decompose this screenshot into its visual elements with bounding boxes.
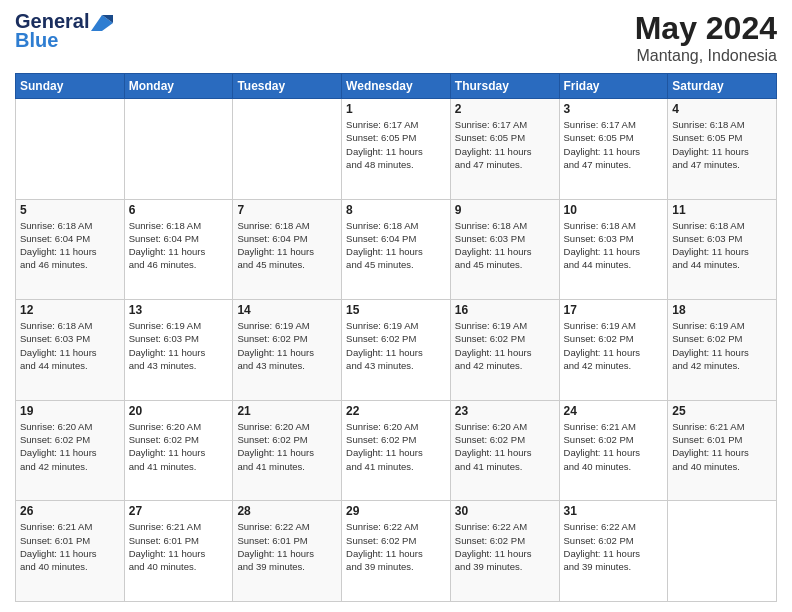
day-cell: 2Sunrise: 6:17 AMSunset: 6:05 PMDaylight… xyxy=(450,99,559,200)
day-number: 4 xyxy=(672,102,772,116)
day-number: 2 xyxy=(455,102,555,116)
day-info: Sunrise: 6:19 AMSunset: 6:02 PMDaylight:… xyxy=(455,319,555,372)
day-cell: 20Sunrise: 6:20 AMSunset: 6:02 PMDayligh… xyxy=(124,400,233,501)
day-number: 16 xyxy=(455,303,555,317)
day-number: 8 xyxy=(346,203,446,217)
day-number: 5 xyxy=(20,203,120,217)
day-info: Sunrise: 6:18 AMSunset: 6:04 PMDaylight:… xyxy=(346,219,446,272)
day-cell: 10Sunrise: 6:18 AMSunset: 6:03 PMDayligh… xyxy=(559,199,668,300)
day-number: 17 xyxy=(564,303,664,317)
header-sunday: Sunday xyxy=(16,74,125,99)
day-cell: 8Sunrise: 6:18 AMSunset: 6:04 PMDaylight… xyxy=(342,199,451,300)
day-cell: 18Sunrise: 6:19 AMSunset: 6:02 PMDayligh… xyxy=(668,300,777,401)
day-number: 27 xyxy=(129,504,229,518)
day-number: 3 xyxy=(564,102,664,116)
day-number: 9 xyxy=(455,203,555,217)
day-number: 18 xyxy=(672,303,772,317)
day-cell: 29Sunrise: 6:22 AMSunset: 6:02 PMDayligh… xyxy=(342,501,451,602)
day-number: 29 xyxy=(346,504,446,518)
day-number: 15 xyxy=(346,303,446,317)
day-info: Sunrise: 6:20 AMSunset: 6:02 PMDaylight:… xyxy=(237,420,337,473)
day-info: Sunrise: 6:17 AMSunset: 6:05 PMDaylight:… xyxy=(346,118,446,171)
header-tuesday: Tuesday xyxy=(233,74,342,99)
day-number: 1 xyxy=(346,102,446,116)
day-cell: 15Sunrise: 6:19 AMSunset: 6:02 PMDayligh… xyxy=(342,300,451,401)
day-cell: 26Sunrise: 6:21 AMSunset: 6:01 PMDayligh… xyxy=(16,501,125,602)
day-cell: 30Sunrise: 6:22 AMSunset: 6:02 PMDayligh… xyxy=(450,501,559,602)
day-info: Sunrise: 6:19 AMSunset: 6:02 PMDaylight:… xyxy=(564,319,664,372)
day-info: Sunrise: 6:18 AMSunset: 6:03 PMDaylight:… xyxy=(455,219,555,272)
day-cell: 17Sunrise: 6:19 AMSunset: 6:02 PMDayligh… xyxy=(559,300,668,401)
day-cell: 14Sunrise: 6:19 AMSunset: 6:02 PMDayligh… xyxy=(233,300,342,401)
day-cell: 16Sunrise: 6:19 AMSunset: 6:02 PMDayligh… xyxy=(450,300,559,401)
day-number: 26 xyxy=(20,504,120,518)
day-number: 11 xyxy=(672,203,772,217)
day-info: Sunrise: 6:18 AMSunset: 6:04 PMDaylight:… xyxy=(237,219,337,272)
day-cell: 25Sunrise: 6:21 AMSunset: 6:01 PMDayligh… xyxy=(668,400,777,501)
week-row-0: 1Sunrise: 6:17 AMSunset: 6:05 PMDaylight… xyxy=(16,99,777,200)
month-title: May 2024 xyxy=(635,10,777,47)
day-cell: 6Sunrise: 6:18 AMSunset: 6:04 PMDaylight… xyxy=(124,199,233,300)
day-info: Sunrise: 6:20 AMSunset: 6:02 PMDaylight:… xyxy=(129,420,229,473)
day-info: Sunrise: 6:18 AMSunset: 6:03 PMDaylight:… xyxy=(672,219,772,272)
day-number: 28 xyxy=(237,504,337,518)
day-cell: 11Sunrise: 6:18 AMSunset: 6:03 PMDayligh… xyxy=(668,199,777,300)
day-cell: 7Sunrise: 6:18 AMSunset: 6:04 PMDaylight… xyxy=(233,199,342,300)
day-cell: 22Sunrise: 6:20 AMSunset: 6:02 PMDayligh… xyxy=(342,400,451,501)
day-number: 19 xyxy=(20,404,120,418)
day-info: Sunrise: 6:21 AMSunset: 6:02 PMDaylight:… xyxy=(564,420,664,473)
calendar: Sunday Monday Tuesday Wednesday Thursday… xyxy=(15,73,777,602)
week-row-3: 19Sunrise: 6:20 AMSunset: 6:02 PMDayligh… xyxy=(16,400,777,501)
day-info: Sunrise: 6:18 AMSunset: 6:05 PMDaylight:… xyxy=(672,118,772,171)
day-info: Sunrise: 6:22 AMSunset: 6:01 PMDaylight:… xyxy=(237,520,337,573)
week-row-1: 5Sunrise: 6:18 AMSunset: 6:04 PMDaylight… xyxy=(16,199,777,300)
day-number: 20 xyxy=(129,404,229,418)
day-info: Sunrise: 6:19 AMSunset: 6:02 PMDaylight:… xyxy=(346,319,446,372)
day-cell: 13Sunrise: 6:19 AMSunset: 6:03 PMDayligh… xyxy=(124,300,233,401)
location: Mantang, Indonesia xyxy=(635,47,777,65)
day-info: Sunrise: 6:21 AMSunset: 6:01 PMDaylight:… xyxy=(672,420,772,473)
day-info: Sunrise: 6:18 AMSunset: 6:04 PMDaylight:… xyxy=(129,219,229,272)
day-info: Sunrise: 6:18 AMSunset: 6:04 PMDaylight:… xyxy=(20,219,120,272)
day-number: 13 xyxy=(129,303,229,317)
day-cell: 19Sunrise: 6:20 AMSunset: 6:02 PMDayligh… xyxy=(16,400,125,501)
day-number: 23 xyxy=(455,404,555,418)
day-number: 14 xyxy=(237,303,337,317)
day-cell: 5Sunrise: 6:18 AMSunset: 6:04 PMDaylight… xyxy=(16,199,125,300)
day-info: Sunrise: 6:22 AMSunset: 6:02 PMDaylight:… xyxy=(455,520,555,573)
day-cell xyxy=(16,99,125,200)
day-cell: 31Sunrise: 6:22 AMSunset: 6:02 PMDayligh… xyxy=(559,501,668,602)
day-number: 31 xyxy=(564,504,664,518)
day-number: 12 xyxy=(20,303,120,317)
day-info: Sunrise: 6:19 AMSunset: 6:02 PMDaylight:… xyxy=(672,319,772,372)
day-cell xyxy=(233,99,342,200)
day-info: Sunrise: 6:18 AMSunset: 6:03 PMDaylight:… xyxy=(564,219,664,272)
title-block: May 2024 Mantang, Indonesia xyxy=(635,10,777,65)
logo-blue: Blue xyxy=(15,29,58,52)
day-number: 7 xyxy=(237,203,337,217)
day-cell xyxy=(668,501,777,602)
day-cell: 24Sunrise: 6:21 AMSunset: 6:02 PMDayligh… xyxy=(559,400,668,501)
day-info: Sunrise: 6:19 AMSunset: 6:03 PMDaylight:… xyxy=(129,319,229,372)
day-cell: 21Sunrise: 6:20 AMSunset: 6:02 PMDayligh… xyxy=(233,400,342,501)
day-info: Sunrise: 6:19 AMSunset: 6:02 PMDaylight:… xyxy=(237,319,337,372)
week-row-2: 12Sunrise: 6:18 AMSunset: 6:03 PMDayligh… xyxy=(16,300,777,401)
logo-icon xyxy=(91,15,113,31)
day-info: Sunrise: 6:22 AMSunset: 6:02 PMDaylight:… xyxy=(564,520,664,573)
header-monday: Monday xyxy=(124,74,233,99)
day-cell: 12Sunrise: 6:18 AMSunset: 6:03 PMDayligh… xyxy=(16,300,125,401)
header-wednesday: Wednesday xyxy=(342,74,451,99)
day-info: Sunrise: 6:17 AMSunset: 6:05 PMDaylight:… xyxy=(455,118,555,171)
day-info: Sunrise: 6:21 AMSunset: 6:01 PMDaylight:… xyxy=(129,520,229,573)
day-number: 25 xyxy=(672,404,772,418)
day-info: Sunrise: 6:20 AMSunset: 6:02 PMDaylight:… xyxy=(346,420,446,473)
day-cell xyxy=(124,99,233,200)
header-thursday: Thursday xyxy=(450,74,559,99)
day-number: 30 xyxy=(455,504,555,518)
day-cell: 3Sunrise: 6:17 AMSunset: 6:05 PMDaylight… xyxy=(559,99,668,200)
day-info: Sunrise: 6:17 AMSunset: 6:05 PMDaylight:… xyxy=(564,118,664,171)
page: General Blue May 2024 Mantang, Indonesia… xyxy=(0,0,792,612)
day-cell: 4Sunrise: 6:18 AMSunset: 6:05 PMDaylight… xyxy=(668,99,777,200)
day-info: Sunrise: 6:20 AMSunset: 6:02 PMDaylight:… xyxy=(455,420,555,473)
day-number: 10 xyxy=(564,203,664,217)
